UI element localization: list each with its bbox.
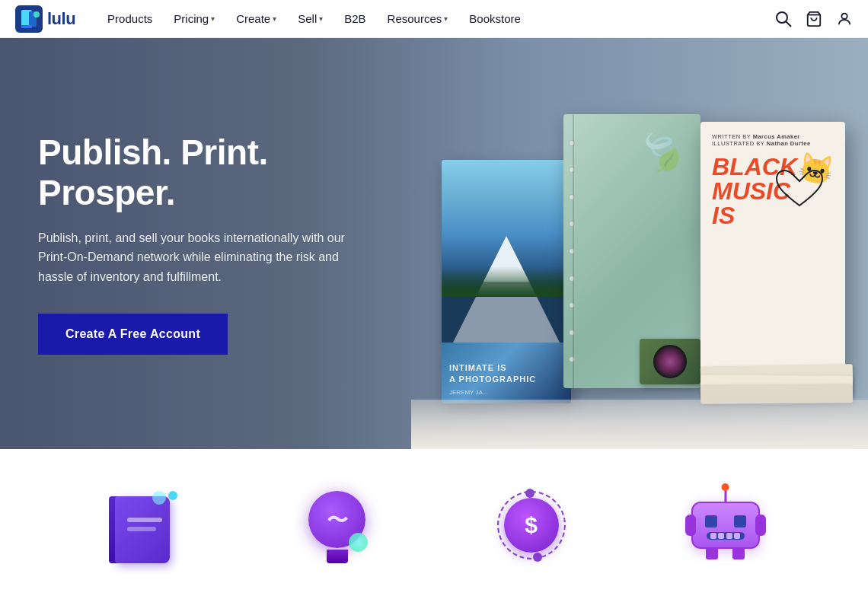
create-account-button[interactable]: Create A Free Account	[38, 314, 228, 355]
svg-point-4	[34, 11, 40, 18]
features-section: 〜 $	[0, 449, 868, 596]
book-black-music: WRITTEN BY Marcus Amaker ILLUSTRATED BY …	[700, 122, 845, 388]
nav-links: Products Pricing ▾ Create ▾ Sell ▾ B2B R…	[98, 8, 775, 30]
feature-sell: $	[448, 483, 615, 567]
feature-publish	[59, 483, 227, 567]
dollar-icon: $	[493, 487, 570, 563]
user-button[interactable]	[836, 11, 853, 27]
robot-legs	[699, 547, 752, 561]
robot-head	[691, 502, 760, 549]
robot-eye-left	[705, 515, 717, 527]
svg-marker-3	[21, 25, 32, 28]
spiral-holes	[563, 129, 580, 373]
dot-large	[152, 491, 166, 505]
book-authors-2: ILLUSTRATED BY Nathan Durfee	[712, 140, 811, 147]
chevron-down-icon: ▾	[319, 14, 323, 23]
book-stripe-2	[127, 527, 156, 531]
book-top-area: WRITTEN BY Marcus Amaker ILLUSTRATED BY …	[700, 122, 845, 151]
hero-content: Publish. Print. Prosper. Publish, print,…	[0, 102, 411, 386]
user-icon	[836, 11, 853, 27]
nav-item-products[interactable]: Products	[98, 8, 161, 30]
book-dots	[152, 491, 177, 505]
feature-create: 〜	[254, 483, 421, 567]
nav-icons	[775, 11, 853, 27]
robot-leg-left	[706, 547, 718, 559]
robot-icon	[684, 487, 767, 563]
nav-item-resources[interactable]: Resources ▾	[378, 8, 458, 30]
lightbulb-icon: 〜	[303, 487, 372, 563]
robot-antenna	[724, 488, 726, 502]
robot-tooth-4	[734, 533, 740, 539]
robot-leg-right	[732, 547, 745, 559]
hero-subtitle: Publish, print, and sell your books inte…	[38, 228, 373, 287]
robot-mouth	[707, 532, 745, 540]
svg-point-8	[841, 13, 847, 18]
mountain-trees	[442, 266, 571, 297]
feature-icon-lightbulb: 〜	[295, 483, 379, 567]
book-photo: INTIMATE ISA PHOTOGRAPHIC JEREMY JA...	[442, 160, 571, 403]
robot-ear-right	[755, 515, 766, 536]
robot-tooth-2	[718, 533, 724, 539]
notebook-stack	[700, 350, 860, 403]
robot-tooth-3	[726, 533, 732, 539]
orbit-dot-1	[525, 489, 535, 498]
logo-text: lulu	[47, 9, 75, 29]
book-cover-mountain	[442, 160, 571, 343]
book-author: JEREMY JA...	[449, 389, 563, 396]
bulb-wave-icon: 〜	[327, 506, 348, 535]
book-title-intimate: INTIMATE ISA PHOTOGRAPHIC	[449, 362, 563, 384]
dot-small	[168, 491, 177, 500]
hero-books: INTIMATE ISA PHOTOGRAPHIC JEREMY JA... 🍃	[411, 53, 868, 449]
search-button[interactable]	[775, 11, 792, 27]
feature-icon-robot	[684, 483, 767, 567]
nav-item-create[interactable]: Create ▾	[227, 8, 286, 30]
search-icon	[775, 11, 792, 27]
heart-outline	[773, 167, 826, 213]
robot-eye-right	[734, 515, 746, 527]
bulb-glow	[349, 533, 368, 552]
svg-point-5	[777, 12, 787, 23]
record-player	[640, 339, 700, 384]
nav-item-pricing[interactable]: Pricing ▾	[164, 8, 224, 30]
chevron-down-icon: ▾	[444, 14, 448, 23]
cart-button[interactable]	[806, 11, 822, 27]
orbit-dot-2	[533, 553, 542, 562]
logo-icon	[15, 5, 43, 33]
nav-item-bookstore[interactable]: Bookstore	[460, 8, 530, 30]
book-authors: WRITTEN BY Marcus Amaker	[712, 133, 811, 140]
nav-item-b2b[interactable]: B2B	[335, 8, 375, 30]
dollar-symbol: $	[525, 512, 538, 538]
marble-surface	[411, 400, 868, 449]
robot-tooth-1	[710, 533, 716, 539]
spiral-line	[573, 114, 574, 388]
hero-section: Publish. Print. Prosper. Publish, print,…	[0, 38, 868, 449]
navbar: lulu Products Pricing ▾ Create ▾ Sell ▾ …	[0, 0, 868, 38]
cart-icon	[806, 11, 822, 27]
chevron-down-icon: ▾	[211, 14, 215, 23]
chevron-down-icon: ▾	[273, 14, 276, 23]
nav-item-sell[interactable]: Sell ▾	[289, 8, 332, 30]
spiral-leaf-icon: 🍃	[630, 120, 694, 182]
bulb-base	[327, 550, 348, 563]
svg-line-6	[787, 21, 792, 27]
book-icon	[109, 487, 177, 563]
robot-ear-left	[685, 515, 696, 536]
logo-link[interactable]: lulu	[15, 5, 75, 33]
feature-icon-book	[101, 483, 185, 567]
dollar-coin: $	[504, 498, 559, 553]
hero-title: Publish. Print. Prosper.	[38, 132, 373, 213]
book-stripe	[127, 518, 162, 522]
book-body	[115, 496, 170, 563]
feature-automate	[642, 483, 809, 567]
feature-icon-dollar: $	[490, 483, 573, 567]
